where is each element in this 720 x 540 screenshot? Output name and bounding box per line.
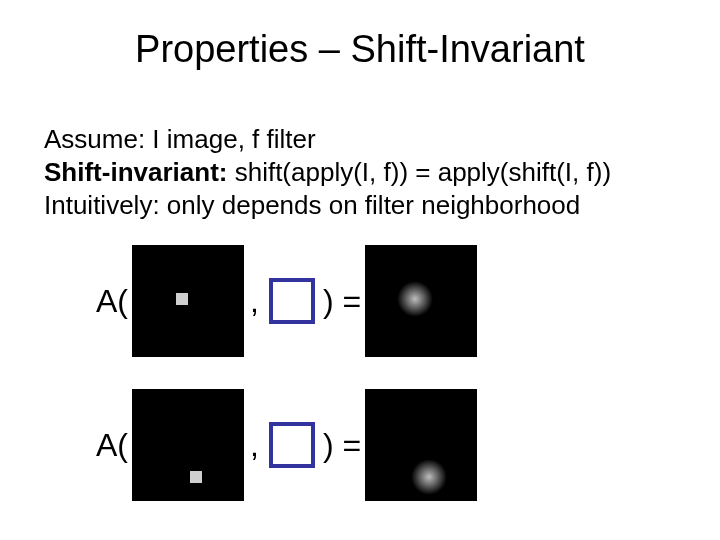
equation-row-2: A( , ) =: [96, 390, 477, 500]
comma-1: ,: [244, 283, 269, 320]
close-paren-equals-1: ) =: [315, 283, 365, 320]
filter-kernel-icon-2: [269, 422, 315, 468]
shift-invariant-label: Shift-invariant:: [44, 157, 227, 187]
slide-title: Properties – Shift-Invariant: [0, 28, 720, 71]
filter-kernel-icon: [269, 278, 315, 324]
equation-row-1: A( , ) =: [96, 246, 477, 356]
apply-fn-open-2: A(: [96, 427, 132, 464]
blurred-spot-1: [397, 281, 433, 317]
bright-pixel-2: [190, 471, 202, 483]
comma-2: ,: [244, 427, 269, 464]
slide: Properties – Shift-Invariant Assume: I i…: [0, 0, 720, 540]
shift-invariant-eqn: shift(apply(I, f)) = apply(shift(I, f)): [227, 157, 611, 187]
input-image-2: [132, 389, 244, 501]
shift-invariant-line: Shift-invariant: shift(apply(I, f)) = ap…: [44, 157, 676, 188]
apply-fn-open: A(: [96, 283, 132, 320]
output-image-2: [365, 389, 477, 501]
output-image-1: [365, 245, 477, 357]
intuitively-line: Intuitively: only depends on filter neig…: [44, 190, 676, 221]
close-paren-equals-2: ) =: [315, 427, 365, 464]
input-image-1: [132, 245, 244, 357]
bright-pixel-1: [176, 293, 188, 305]
assume-line: Assume: I image, f filter: [44, 124, 676, 155]
body-text: Assume: I image, f filter Shift-invarian…: [44, 122, 676, 224]
blurred-spot-2: [411, 459, 447, 495]
